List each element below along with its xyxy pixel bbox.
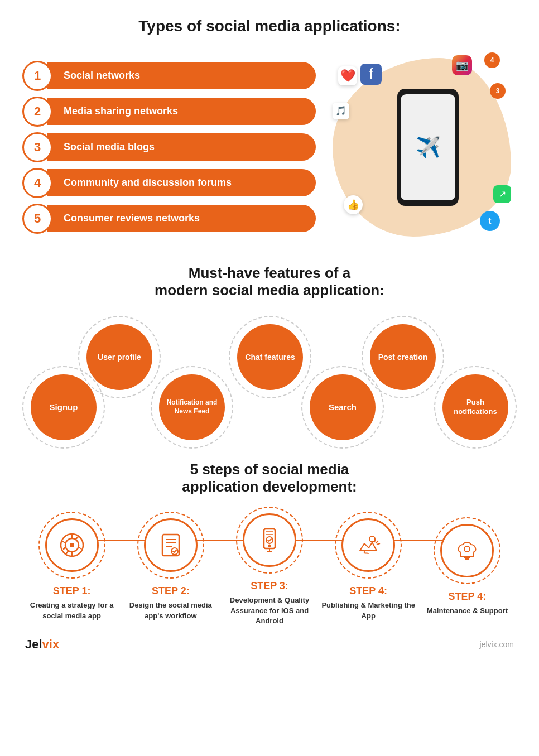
svg-point-13 bbox=[268, 545, 271, 547]
footer-url: jelvix.com bbox=[480, 640, 514, 649]
workflow-icon bbox=[157, 531, 185, 559]
features-layout: Signup User profile Notification and New… bbox=[22, 310, 517, 450]
step-desc-2: Design the social media app's workflow bbox=[121, 600, 220, 620]
step-icon-1 bbox=[45, 518, 99, 572]
footer-row: Jelvix jelvix.com bbox=[22, 637, 517, 652]
step-item-2: STEP 2: Design the social media app's wo… bbox=[121, 512, 220, 620]
step-icon-5 bbox=[440, 524, 494, 577]
type-item-4: 4 Community and discussion forums bbox=[22, 168, 316, 198]
type-label-1: Social networks bbox=[47, 62, 316, 89]
step-item-1: STEP 1: Creating a strategy for a social… bbox=[22, 512, 121, 620]
facebook-icon: f bbox=[360, 64, 382, 85]
svg-point-15 bbox=[369, 536, 375, 542]
type-label-2: Media sharing networks bbox=[47, 98, 316, 125]
step-icon-4 bbox=[341, 518, 395, 572]
step-dashed-ring-1 bbox=[38, 512, 105, 579]
step-desc-1: Creating a strategy for a social media a… bbox=[22, 600, 121, 620]
maintenance-icon bbox=[453, 537, 481, 565]
footer-brand-accent: vix bbox=[42, 637, 60, 651]
type-item-3: 3 Social media blogs bbox=[22, 132, 316, 162]
types-list: 1 Social networks 2 Media sharing networ… bbox=[22, 61, 316, 234]
step-label-4: STEP 4: bbox=[349, 585, 387, 597]
feature-notification: Notification and News Feed bbox=[151, 366, 233, 449]
step-label-1: STEP 1: bbox=[53, 585, 91, 597]
feature-post-creation: Post creation bbox=[362, 316, 444, 398]
strategy-icon bbox=[58, 531, 86, 559]
step-circle-4 bbox=[335, 512, 402, 579]
svg-rect-5 bbox=[162, 535, 179, 556]
phone-device: ✈️ bbox=[397, 89, 459, 206]
section-title: Types of social media applications: bbox=[22, 17, 517, 36]
svg-point-2 bbox=[70, 543, 74, 547]
step-item-5: STEP 4: Maintenance & Support bbox=[418, 517, 517, 616]
development-icon bbox=[256, 526, 283, 554]
type-number-4: 4 bbox=[22, 168, 52, 198]
feature-chat: Chat features bbox=[229, 316, 311, 398]
page-wrapper: Types of social media applications: 1 So… bbox=[0, 0, 539, 668]
music-note-float: 🎵 bbox=[333, 103, 349, 119]
paper-plane-icon: ✈️ bbox=[416, 136, 441, 159]
phone-illustration: f 📷 4 3 ❤️ 👍 t ↗ 🎵 bbox=[327, 47, 517, 248]
step-circle-3 bbox=[236, 507, 303, 574]
feature-push-notifications: Push notifications bbox=[434, 366, 517, 449]
step-label-3: STEP 3: bbox=[251, 580, 288, 592]
like-icon: 👍 bbox=[344, 195, 363, 214]
step-desc-3: Development & Quality Assurance for iOS … bbox=[220, 595, 319, 626]
step-dashed-ring-4 bbox=[335, 512, 402, 579]
step-icon-2 bbox=[144, 518, 198, 572]
feature-user-profile: User profile bbox=[78, 316, 161, 398]
publishing-icon bbox=[354, 531, 382, 559]
type-item-5: 5 Consumer reviews networks bbox=[22, 204, 316, 234]
step-item-4: STEP 4: Publishing & Marketing the App bbox=[319, 512, 418, 620]
section2-title: Must-have features of amodern social med… bbox=[22, 264, 517, 299]
step-desc-4: Publishing & Marketing the App bbox=[319, 600, 418, 620]
step-label-5: STEP 4: bbox=[449, 591, 487, 603]
step-dashed-ring-3 bbox=[236, 507, 303, 574]
notification-badge-4: 4 bbox=[484, 52, 500, 68]
step-label-2: STEP 2: bbox=[152, 585, 190, 597]
type-number-5: 5 bbox=[22, 204, 52, 234]
type-label-4: Community and discussion forums bbox=[47, 169, 316, 196]
steps-icons-row: STEP 1: Creating a strategy for a social… bbox=[22, 507, 517, 626]
type-item-1: 1 Social networks bbox=[22, 61, 316, 91]
step-desc-5: Maintenance & Support bbox=[427, 606, 508, 616]
step-circle-1 bbox=[38, 512, 105, 579]
instagram-icon: 📷 bbox=[452, 55, 472, 75]
step-dashed-ring-5 bbox=[434, 517, 501, 584]
step-circle-2 bbox=[137, 512, 204, 579]
type-item-2: 2 Media sharing networks bbox=[22, 97, 316, 127]
step-icon-3 bbox=[243, 513, 296, 567]
svg-point-16 bbox=[464, 546, 470, 552]
footer-brand: Jelvix bbox=[25, 637, 59, 652]
step-circle-5 bbox=[434, 517, 501, 584]
type-number-3: 3 bbox=[22, 132, 52, 162]
step-item-3: STEP 3: Development & Quality Assurance … bbox=[220, 507, 319, 626]
type-number-2: 2 bbox=[22, 97, 52, 127]
notification-badge-3: 3 bbox=[490, 83, 506, 99]
types-container: 1 Social networks 2 Media sharing networ… bbox=[22, 47, 517, 248]
share-icon-float: ↗ bbox=[493, 185, 511, 203]
phone-screen: ✈️ bbox=[401, 94, 455, 200]
heart-notification: ❤️ bbox=[338, 66, 357, 85]
type-number-1: 1 bbox=[22, 61, 52, 91]
step-dashed-ring-2 bbox=[137, 512, 204, 579]
type-label-5: Consumer reviews networks bbox=[47, 205, 316, 232]
type-label-3: Social media blogs bbox=[47, 133, 316, 161]
twitter-icon: t bbox=[480, 211, 500, 231]
section3-title: 5 steps of social mediaapplication devel… bbox=[22, 461, 517, 495]
